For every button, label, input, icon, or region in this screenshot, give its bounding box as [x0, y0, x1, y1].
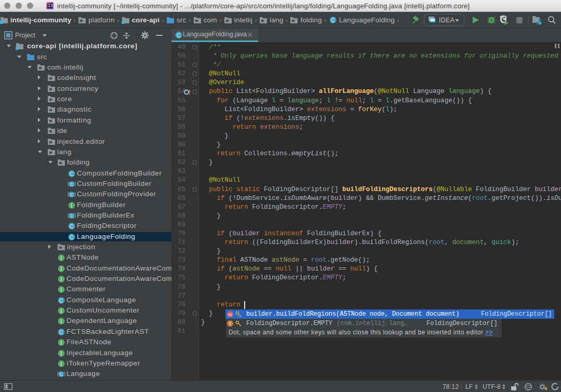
svg-text:I: I	[60, 266, 62, 272]
svg-text:C: C	[59, 372, 63, 377]
svg-text:C: C	[70, 171, 74, 177]
svg-text:I: I	[60, 308, 62, 314]
svg-text:I: I	[60, 255, 62, 261]
svg-text:I: I	[60, 340, 62, 346]
svg-text:I: I	[60, 350, 62, 356]
svg-text:C: C	[70, 234, 74, 240]
svg-text:I: I	[60, 319, 62, 325]
svg-text:C: C	[59, 329, 63, 335]
svg-text:I: I	[60, 361, 62, 367]
svg-text:C: C	[59, 298, 63, 303]
svg-text:I: I	[71, 202, 72, 208]
svg-text:C: C	[70, 182, 73, 187]
svg-text:C: C	[177, 33, 180, 38]
svg-text:I: I	[60, 277, 62, 282]
svg-text:C: C	[70, 213, 73, 219]
svg-text:C: C	[331, 18, 335, 23]
svg-text:m: m	[228, 312, 232, 317]
svg-text:C: C	[70, 192, 73, 197]
svg-text:I: I	[60, 287, 62, 293]
svg-text:C: C	[70, 224, 74, 229]
